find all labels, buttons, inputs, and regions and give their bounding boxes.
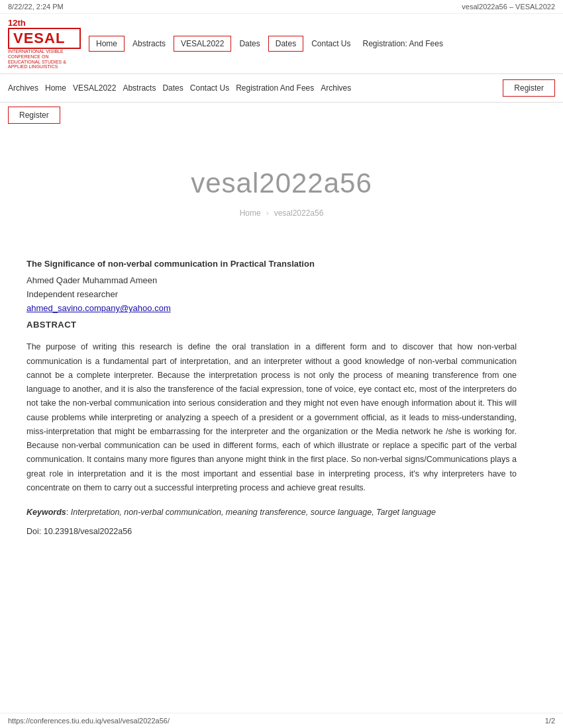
sec-dates-link[interactable]: Dates (162, 83, 183, 93)
sec-abstracts-link[interactable]: Abstracts (123, 83, 156, 93)
breadcrumb-home[interactable]: Home (240, 208, 261, 218)
footer-url: https://conferences.tiu.edu.iq/vesal/ves… (8, 717, 170, 725)
paper-affiliation: Independent researcher (26, 289, 517, 299)
footer-page: 1/2 (545, 717, 555, 725)
hero-section: vesal2022a56 Home › vesal2022a56 (0, 128, 563, 238)
register-button-2[interactable]: Register (8, 107, 60, 124)
top-bar: 8/22/22, 2:24 PM vesal2022a56 – VESAL202… (0, 0, 563, 14)
keywords-label: Keywords (26, 508, 66, 517)
breadcrumb-separator: › (266, 208, 269, 218)
nav-registration-link[interactable]: Registration: And Fees (359, 36, 447, 51)
hero-title: vesal2022a56 (13, 167, 550, 199)
nav-dates-link[interactable]: Dates (235, 36, 264, 51)
nav-abstracts-link[interactable]: Abstracts (128, 36, 170, 51)
keywords-text: Interpretation, non-verbal communication… (71, 508, 436, 517)
abstract-text: The purpose of writing this research is … (26, 340, 517, 495)
paper-content: The Significance of non-verbal communica… (0, 238, 543, 567)
paper-title: The Significance of non-verbal communica… (26, 257, 517, 271)
nav-vesal-btn[interactable]: VESAL2022 (174, 36, 231, 52)
sec-contact-link[interactable]: Contact Us (190, 83, 229, 93)
page-title: vesal2022a56 – VESAL2022 (462, 3, 555, 11)
breadcrumb-current: vesal2022a56 (274, 208, 324, 218)
breadcrumb: Home › vesal2022a56 (13, 208, 550, 218)
sec-registration-link[interactable]: Registration And Fees (236, 83, 314, 93)
logo-subtitle: INTERNATIONAL VISIBLE CONFERENCE ON EDUC… (8, 49, 81, 69)
primary-nav: 12th VESAL INTERNATIONAL VISIBLE CONFERE… (0, 14, 563, 74)
register-button[interactable]: Register (503, 79, 555, 97)
sec-vesal-link[interactable]: VESAL2022 (73, 83, 116, 93)
logo: 12th VESAL INTERNATIONAL VISIBLE CONFERE… (8, 18, 81, 69)
logo-edition: 12th (8, 18, 26, 28)
nav-home-btn[interactable]: Home (89, 36, 125, 52)
paper-doi: Doi: 10.23918/vesal2022a56 (26, 527, 517, 536)
sec-archives2-link[interactable]: Archives (321, 83, 351, 93)
sec-home-link[interactable]: Home (45, 83, 66, 93)
paper-author: Ahmed Qader Muhammad Ameen (26, 275, 517, 285)
paper-keywords: Keywords: Interpretation, non-verbal com… (26, 506, 517, 519)
sec-archives-link[interactable]: Archives (8, 83, 38, 93)
abstract-label: ABSTRACT (26, 320, 517, 330)
tertiary-nav: Register (0, 103, 563, 128)
nav-contact-link[interactable]: Contact Us (307, 36, 354, 51)
paper-email[interactable]: ahmed_savino.company@yahoo.com (26, 303, 517, 313)
footer-bar: https://conferences.tiu.edu.iq/vesal/ves… (0, 713, 563, 728)
nav-dates-btn[interactable]: Dates (268, 36, 303, 52)
datetime: 8/22/22, 2:24 PM (8, 3, 64, 11)
secondary-nav: Archives Home VESAL2022 Abstracts Dates … (0, 74, 563, 103)
logo-text: VESAL (8, 28, 81, 49)
